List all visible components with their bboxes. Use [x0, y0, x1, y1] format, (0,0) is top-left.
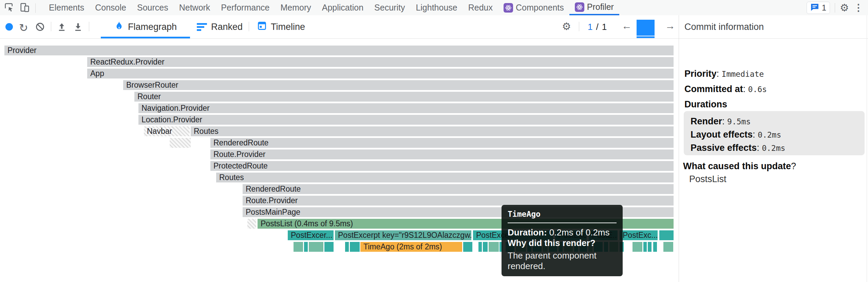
flame-segment[interactable] — [324, 242, 334, 252]
flame-bar-RenderedRoute[interactable]: RenderedRoute — [243, 184, 674, 194]
flame-segment[interactable] — [350, 242, 360, 252]
flame-bar-App[interactable]: App — [87, 69, 674, 78]
more-options-kebab-icon[interactable]: ⋮ — [854, 3, 863, 13]
toolbar-divider — [249, 22, 249, 31]
flame-icon — [114, 21, 124, 33]
toggle-device-toolbar-icon[interactable] — [20, 2, 30, 14]
flame-segment[interactable] — [478, 242, 482, 252]
tab-application[interactable]: Application — [317, 0, 369, 15]
render-duration-row: Render: 9.5ms — [691, 116, 751, 127]
tab-label: Performance — [221, 3, 269, 13]
record-button[interactable] — [5, 23, 13, 31]
flame-bar-Routes[interactable]: Routes — [216, 173, 674, 182]
flame-bar-Route.Provider[interactable]: Route.Provider — [243, 196, 674, 206]
tab-performance[interactable]: Performance — [215, 0, 275, 15]
active-view-underline — [101, 37, 190, 38]
commit-selector-bar[interactable] — [637, 20, 655, 36]
flame-segment[interactable] — [294, 242, 303, 252]
flame-bar-Navigation.Provider[interactable]: Navigation.Provider — [138, 103, 674, 113]
react-atom-icon — [575, 2, 584, 12]
flame-bar-ReactRedux.Provider[interactable]: ReactRedux.Provider — [87, 57, 674, 67]
flame-bar-RenderedRoute[interactable]: RenderedRoute — [210, 138, 674, 148]
profiler-settings-gear-icon[interactable]: ⚙ — [562, 21, 571, 32]
flame-segment[interactable] — [489, 242, 499, 252]
cause-component-link[interactable]: PostsList — [689, 174, 727, 184]
layout-effects-row: Layout effects: 0.2ms — [691, 129, 781, 140]
priority-row: Priority: Immediate — [684, 69, 764, 79]
tab-lighthouse[interactable]: Lighthouse — [410, 0, 463, 15]
reload-and-profile-icon[interactable]: ↻ — [19, 21, 28, 34]
save-profile-icon[interactable] — [73, 22, 83, 33]
flame-segment[interactable] — [304, 242, 308, 252]
flame-bar-BrowserRouter[interactable]: BrowserRouter — [123, 80, 674, 90]
tab-label: Security — [374, 3, 405, 13]
flame-bar-PostExcerpt[interactable]: PostExcerpt key="r9S12L9OAlazczgw... — [335, 230, 471, 240]
flame-segment[interactable] — [633, 242, 642, 252]
tab-sources[interactable]: Sources — [132, 0, 174, 15]
flame-bar-Location.Provider[interactable]: Location.Provider — [138, 115, 674, 125]
tab-components[interactable]: Components — [498, 0, 569, 15]
issues-count: 1 — [822, 3, 826, 13]
flame-bar-Router[interactable]: Router — [134, 92, 674, 102]
flame-bar-PostExcer...[interactable]: PostExcer... — [288, 230, 334, 240]
flame-segment[interactable] — [659, 230, 674, 240]
flame-bar-Routes[interactable]: Routes — [191, 126, 674, 136]
flame-segment[interactable] — [170, 138, 191, 148]
toolbar-divider — [835, 3, 835, 13]
inspect-element-icon[interactable] — [4, 2, 14, 14]
flame-bar-Provider[interactable]: Provider — [4, 46, 674, 55]
tab-network[interactable]: Network — [174, 0, 216, 15]
previous-commit-arrow[interactable]: ← — [622, 20, 632, 32]
flame-bar-Route.Provider[interactable]: Route.Provider — [210, 149, 674, 159]
flame-segment[interactable] — [463, 242, 472, 252]
tab-flamegraph[interactable]: Flamegraph — [114, 15, 177, 38]
tab-label: Elements — [49, 3, 84, 13]
next-commit-arrow[interactable]: → — [665, 20, 675, 32]
flame-bar-PostExc...[interactable]: PostExc... — [620, 230, 658, 240]
flame-segment[interactable] — [648, 242, 652, 252]
tab-elements[interactable]: Elements — [43, 0, 90, 15]
tab-label: Components — [516, 3, 564, 13]
tooltip-duration: Duration: 0.2ms of 0.2ms — [508, 227, 617, 238]
tab-label: Lighthouse — [416, 3, 457, 13]
what-caused-update-heading: What caused this update? — [683, 161, 796, 172]
flame-segment[interactable] — [345, 242, 349, 252]
tooltip-component-name: TimeAgo — [508, 210, 617, 218]
flame-bar-TimeAgo[interactable]: TimeAgo (2ms of 2ms) — [360, 242, 462, 252]
toolbar-divider — [89, 22, 89, 31]
commit-info-title: Commit information — [679, 15, 868, 39]
tab-memory[interactable]: Memory — [275, 0, 316, 15]
devtools-window: ProviderReactRedux.ProviderAppBrowserRou… — [0, 0, 868, 282]
commit-counter: 1 / 1 — [588, 22, 607, 32]
flamegraph-tooltip: TimeAgo Duration: 0.2ms of 0.2ms Why did… — [502, 205, 623, 276]
commit-selected-indicator — [637, 36, 655, 38]
tab-console[interactable]: Console — [90, 0, 132, 15]
settings-gear-icon[interactable]: ⚙ — [840, 3, 849, 13]
flame-segment[interactable] — [663, 242, 673, 252]
tab-label: Profiler — [587, 2, 614, 12]
flame-bar-ProtectedRoute[interactable]: ProtectedRoute — [210, 161, 674, 171]
issues-button[interactable]: 1 — [807, 2, 830, 14]
clear-profile-icon[interactable] — [35, 22, 45, 33]
committed-at-row: Committed at: 0.6s — [684, 84, 767, 94]
load-profile-icon[interactable] — [57, 22, 67, 33]
flame-segment[interactable] — [247, 219, 256, 229]
tab-profiler[interactable]: Profiler — [569, 0, 619, 15]
tab-timeline[interactable]: Timeline — [257, 15, 305, 38]
messages-icon — [810, 3, 819, 13]
flame-segment[interactable] — [643, 242, 647, 252]
tab-label: Memory — [280, 3, 311, 13]
flame-bar-Navbar[interactable]: Navbar — [144, 126, 190, 136]
tab-redux[interactable]: Redux — [463, 0, 498, 15]
devtools-tab-bar: ElementsConsoleSourcesNetworkPerformance… — [0, 0, 868, 16]
tab-ranked[interactable]: Ranked — [197, 15, 243, 38]
toolbar-divider — [579, 22, 579, 31]
tab-security[interactable]: Security — [369, 0, 410, 15]
profiler-toolbar: ↻ Flamegraph — [0, 15, 679, 39]
flame-segment[interactable] — [309, 242, 323, 252]
devtools-tabs: ElementsConsoleSourcesNetworkPerformance… — [43, 0, 619, 15]
tab-label: Redux — [468, 3, 493, 13]
flame-segment[interactable] — [483, 242, 488, 252]
flame-segment[interactable] — [653, 242, 657, 252]
tab-label: Console — [95, 3, 126, 13]
